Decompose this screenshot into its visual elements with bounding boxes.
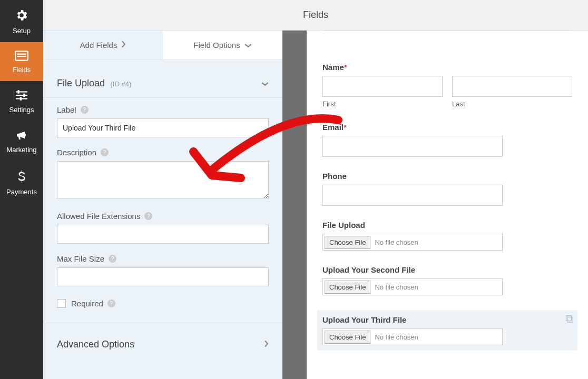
chevron-right-icon: [121, 41, 126, 49]
page-title: Fields: [43, 0, 588, 31]
panel-divider: [282, 31, 307, 379]
sidebar-item-label: Fields: [13, 66, 31, 74]
sidebar-item-label: Settings: [9, 106, 34, 114]
svg-rect-2: [17, 56, 26, 57]
chevron-down-icon: [261, 79, 269, 88]
required-label: Required: [71, 299, 103, 308]
phone-label: Phone: [322, 172, 572, 181]
fields-icon: [15, 51, 28, 63]
description-label: Description: [57, 148, 96, 157]
extensions-label: Allowed File Extensions: [57, 212, 140, 221]
file-upload-3-label: Upload Your Third File: [322, 315, 572, 324]
editor-scroll[interactable]: File Upload (ID #4) Label ?: [43, 60, 282, 379]
sidebar-item-fields[interactable]: Fields: [0, 42, 43, 81]
sidebar: Setup Fields Settings Marketing Payments: [0, 0, 43, 379]
bullhorn-icon: [15, 129, 28, 143]
svg-rect-1: [17, 54, 26, 55]
extensions-input[interactable]: [57, 225, 269, 244]
description-input[interactable]: [57, 161, 269, 199]
first-name-input[interactable]: [322, 76, 443, 97]
duplicate-icon[interactable]: [565, 314, 574, 326]
label-input[interactable]: [57, 118, 269, 137]
section-title: File Upload: [57, 78, 105, 88]
advanced-toggle[interactable]: Advanced Options: [43, 324, 282, 364]
gear-icon: [15, 8, 28, 24]
email-label: Email: [322, 123, 344, 132]
dollar-icon: [17, 169, 26, 185]
preview-panel: Name* First Last Email*: [307, 31, 588, 379]
sidebar-item-marketing[interactable]: Marketing: [0, 121, 43, 161]
name-label: Name: [322, 63, 344, 72]
svg-rect-10: [566, 316, 572, 321]
sidebar-item-payments[interactable]: Payments: [0, 161, 43, 203]
help-icon[interactable]: ?: [144, 212, 152, 220]
tab-label: Add Fields: [80, 41, 117, 49]
help-icon[interactable]: ?: [109, 255, 116, 263]
choose-file-button[interactable]: Choose File: [325, 281, 370, 294]
advanced-label: Advanced Options: [57, 339, 134, 350]
no-file-text: No file chosen: [375, 238, 418, 246]
choose-file-button[interactable]: Choose File: [325, 331, 370, 344]
chevron-down-icon: [244, 41, 252, 49]
section-id: (ID #4): [111, 80, 132, 88]
choose-file-button[interactable]: Choose File: [325, 236, 370, 249]
no-file-text: No file chosen: [375, 283, 418, 291]
email-input[interactable]: [322, 136, 503, 157]
sidebar-item-label: Marketing: [6, 146, 36, 154]
sidebar-item-setup[interactable]: Setup: [0, 0, 43, 42]
tab-field-options[interactable]: Field Options: [163, 31, 282, 59]
tab-label: Field Options: [193, 41, 240, 49]
svg-rect-6: [17, 90, 19, 94]
first-sublabel: First: [322, 100, 443, 108]
file-upload-2-label: Upload Your Second File: [322, 265, 572, 274]
editor-panel: Add Fields Field Options File: [43, 31, 282, 379]
label-label: Label: [57, 105, 76, 114]
maxsize-input[interactable]: [57, 267, 269, 286]
svg-rect-4: [16, 95, 27, 96]
sidebar-item-settings[interactable]: Settings: [0, 81, 43, 121]
file-upload-1[interactable]: Choose File No file chosen: [322, 234, 503, 251]
file-upload-3[interactable]: Choose File No file chosen: [322, 328, 503, 345]
phone-input[interactable]: [322, 185, 503, 206]
maxsize-label: Max File Size: [57, 254, 104, 263]
last-sublabel: Last: [452, 100, 572, 108]
help-icon[interactable]: ?: [101, 148, 109, 156]
file-upload-1-label: File Upload: [322, 221, 572, 230]
sidebar-item-label: Payments: [6, 188, 37, 196]
help-icon[interactable]: ?: [81, 106, 89, 114]
svg-rect-7: [23, 94, 25, 97]
svg-rect-9: [567, 317, 573, 322]
help-icon[interactable]: ?: [107, 300, 115, 307]
section-toggle[interactable]: File Upload (ID #4): [43, 68, 282, 98]
workspace: Add Fields Field Options File: [43, 31, 588, 379]
svg-rect-8: [20, 97, 22, 101]
sidebar-item-label: Setup: [13, 27, 31, 35]
required-checkbox[interactable]: [57, 299, 66, 308]
chevron-right-icon: [264, 339, 269, 350]
last-name-input[interactable]: [452, 76, 572, 97]
editor-tabs: Add Fields Field Options: [43, 31, 282, 60]
no-file-text: No file chosen: [375, 333, 418, 341]
sliders-icon: [15, 89, 28, 103]
main: Fields Add Fields Field Options: [43, 0, 588, 379]
file-upload-2[interactable]: Choose File No file chosen: [322, 278, 503, 295]
tab-add-fields[interactable]: Add Fields: [43, 31, 163, 59]
